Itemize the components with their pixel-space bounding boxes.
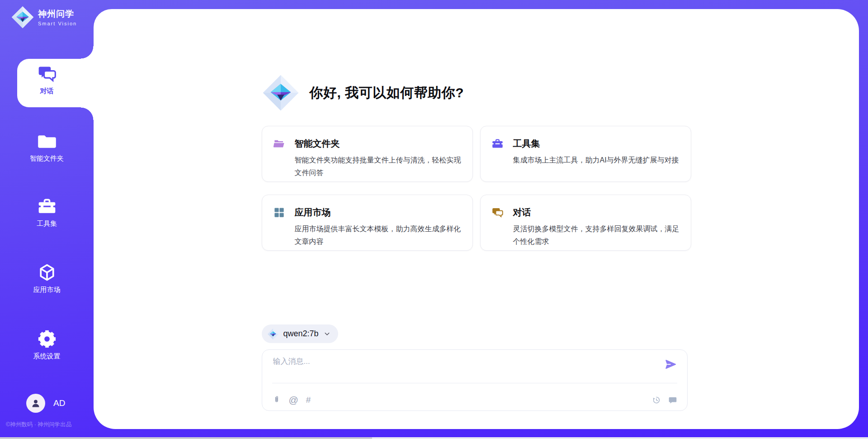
card-chat[interactable]: 对话 灵活切换多模型文件，支持多样回复效果调试，满足个性化需求 [480,195,691,251]
cube-icon [37,262,57,282]
feature-cards: 智能文件夹 智能文件夹功能支持批量文件上传与清洗，轻松实现文件问答 工具集 集成… [262,126,691,251]
copyright-text: ©神州数码 · 神州问学出品 [6,421,71,429]
model-selector[interactable]: qwen2:7b [262,324,338,343]
new-chat-button[interactable] [668,396,677,405]
gear-icon [37,329,57,349]
brand-name: 神州问学 [38,8,77,20]
card-title: 对话 [513,206,531,219]
greeting-title: 你好, 我可以如何帮助你? [310,84,464,102]
sidebar-item-label: 对话 [0,87,94,95]
sidebar-item-app-market[interactable]: 应用市场 [0,262,94,294]
history-icon [652,396,661,405]
message-composer: @ # [262,349,688,411]
horizontal-scrollbar[interactable] [0,437,868,439]
card-description: 集成市场上主流工具，助力AI与外界无缝扩展与对接 [513,154,680,167]
sidebar-item-toolset[interactable]: 工具集 [0,196,94,228]
person-icon [30,397,42,409]
sidebar-item-settings[interactable]: 系统设置 [0,329,94,361]
greeting: 你好, 我可以如何帮助你? [262,74,464,112]
card-title: 智能文件夹 [295,138,340,150]
composer-divider [272,383,677,383]
brand-subtitle: Smart Vision [38,21,77,26]
folder-icon [273,138,285,150]
chat-icon [37,64,57,84]
active-tab-fillet-top [81,46,94,59]
card-description: 智能文件夹功能支持批量文件上传与清洗，轻松实现文件问答 [295,154,462,179]
send-button[interactable] [665,358,677,371]
model-selector-label: qwen2:7b [283,329,319,339]
sidebar-item-label: 系统设置 [0,352,94,361]
grid-icon [273,206,285,219]
topic-button[interactable]: # [306,396,311,405]
sidebar-item-label: 工具集 [0,220,94,228]
paperclip-icon [272,396,281,405]
user-account[interactable]: AD [26,394,65,413]
card-description: 灵活切换多模型文件，支持多样回复效果调试，满足个性化需求 [513,223,680,248]
card-smart-folder[interactable]: 智能文件夹 智能文件夹功能支持批量文件上传与清洗，轻松实现文件问答 [262,126,473,182]
toolbox-icon [491,138,504,150]
card-title: 工具集 [513,138,540,150]
model-gem-icon [267,328,279,340]
send-icon [665,358,677,371]
sidebar-item-smart-folder[interactable]: 智能文件夹 [0,131,94,163]
folder-icon [37,131,57,151]
sidebar-item-label: 智能文件夹 [0,154,94,163]
assistant-gem-icon [262,74,300,112]
card-toolset[interactable]: 工具集 集成市场上主流工具，助力AI与外界无缝扩展与对接 [480,126,691,182]
brand-logo: 神州问学 Smart Vision [11,5,77,29]
sidebar-item-chat[interactable]: 对话 [0,64,94,95]
card-description: 应用市场提供丰富长文本模板，助力高效生成多样化文章内容 [295,223,462,248]
chat-icon [491,206,504,219]
sidebar: 神州问学 Smart Vision 对话 智能文件夹 工具集 [0,0,94,439]
active-tab-fillet-bottom [81,107,94,120]
user-name: AD [53,398,65,408]
chevron-down-icon [323,330,331,338]
history-button[interactable] [652,396,661,405]
card-app-market[interactable]: 应用市场 应用市场提供丰富长文本模板，助力高效生成多样化文章内容 [262,195,473,251]
main-panel: 你好, 我可以如何帮助你? 智能文件夹 智能文件夹功能支持批量文件上传与清洗，轻… [94,9,859,429]
chat-bubble-icon [668,396,677,405]
mention-button[interactable]: @ [289,396,298,405]
toolbox-icon [37,196,57,216]
horizontal-scrollbar-thumb[interactable] [0,437,372,439]
card-title: 应用市场 [295,206,331,219]
avatar [26,394,45,413]
sidebar-item-label: 应用市场 [0,286,94,294]
attach-file-button[interactable] [272,396,281,405]
brand-gem-icon [11,5,34,29]
message-input[interactable] [273,356,656,376]
